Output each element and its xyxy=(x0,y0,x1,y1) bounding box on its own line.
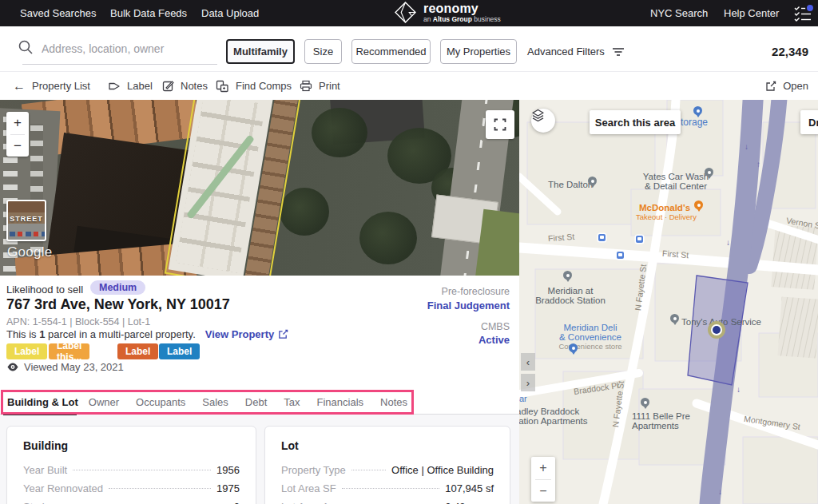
row-label: Property Type xyxy=(281,464,346,476)
aerial-zoom-out-button[interactable]: − xyxy=(6,135,29,157)
buildings-icon xyxy=(216,80,229,93)
dotted-leader xyxy=(342,488,440,489)
property-toolbar: ← Property List Label Notes Find Comps P… xyxy=(0,72,818,100)
notes-button[interactable]: Notes xyxy=(162,72,208,100)
logo-name: reonomy xyxy=(423,2,501,14)
label-pill[interactable]: Label this... xyxy=(49,343,89,359)
reonomy-logo[interactable]: reonomy an Altus Group business xyxy=(395,2,501,23)
tab-building-lot[interactable]: Building & Lot xyxy=(7,396,78,408)
nav-help-center[interactable]: Help Center xyxy=(724,0,779,26)
poi-label-yates[interactable]: Yates Car Wash& Detail Center xyxy=(639,172,713,191)
view-property-link[interactable]: View Property xyxy=(205,328,288,340)
map-zoom-in-button[interactable]: + xyxy=(531,457,555,479)
label-pill[interactable]: Label xyxy=(159,343,200,359)
bus-stop-icon[interactable] xyxy=(617,252,624,259)
fullscreen-button[interactable] xyxy=(486,110,514,139)
filter-recommended[interactable]: Recommended xyxy=(351,39,431,64)
detail-row: Property TypeOffice | Office Building xyxy=(265,464,510,482)
building-lot-section: Building Year Built1956 Year Rennovated1… xyxy=(0,415,519,504)
belle-pre-pin-icon[interactable] xyxy=(641,398,649,407)
filter-multifamily[interactable]: Multifamily xyxy=(226,39,295,64)
poi-label-belle-pre[interactable]: 1111 Belle PreApartments xyxy=(632,411,690,431)
row-value: 107,945 sf xyxy=(445,482,494,494)
property-details: Likelihood to sell Medium 767 3rd Ave, N… xyxy=(0,276,519,391)
tasks-icon[interactable] xyxy=(793,5,814,22)
search-this-area-button[interactable]: Search this area xyxy=(590,110,681,134)
poi-label-bradley[interactable]: adley Braddocktation Apartments xyxy=(519,407,591,426)
print-button[interactable]: Print xyxy=(300,72,340,100)
filter-lines-icon xyxy=(612,47,625,57)
transit-pin-icon[interactable] xyxy=(569,343,578,352)
street-view-label: STREET xyxy=(8,215,45,223)
poi-label-meridian-station[interactable]: Meridian atBraddock Station xyxy=(534,286,607,305)
search-icon xyxy=(18,39,34,55)
aerial-zoom-control: + − xyxy=(6,112,29,157)
tab-notes[interactable]: Notes xyxy=(380,396,407,408)
back-to-property-list[interactable]: ← Property List xyxy=(13,72,90,100)
poi-label-dalton[interactable]: The Dalton xyxy=(548,180,593,189)
google-watermark: Google xyxy=(7,244,53,260)
panel-expand-right-chevron[interactable]: › xyxy=(521,374,535,391)
tonys-pin-icon[interactable] xyxy=(670,314,679,323)
view-property-text: View Property xyxy=(205,328,274,340)
bus-stop-icon[interactable] xyxy=(598,234,606,241)
property-list-label: Property List xyxy=(32,80,90,92)
search-input[interactable] xyxy=(40,38,220,60)
tab-debt[interactable]: Debt xyxy=(245,396,267,408)
meridian-pin-icon[interactable] xyxy=(563,271,572,280)
street-label-first-st: First St xyxy=(548,232,575,243)
property-address: 767 3rd Ave, New York, NY 10017 xyxy=(6,296,230,313)
tab-owner[interactable]: Owner xyxy=(89,396,119,408)
find-comps-button[interactable]: Find Comps xyxy=(216,72,292,100)
nav-data-upload[interactable]: Data Upload xyxy=(201,0,259,26)
poi-label-mcdonalds[interactable]: McDonald'sTakeout · Delivery xyxy=(636,203,693,222)
aerial-tree xyxy=(312,108,367,157)
aerial-zoom-in-button[interactable]: + xyxy=(6,112,29,134)
svg-text:↓: ↓ xyxy=(745,142,749,151)
aerial-imagery[interactable]: + − STREET Google xyxy=(0,100,519,276)
cmbs-value[interactable]: Active xyxy=(478,334,510,346)
open-button-text: Open xyxy=(783,80,808,92)
selected-property-marker[interactable] xyxy=(708,321,725,339)
yates-pin-icon[interactable] xyxy=(705,168,713,177)
open-button[interactable]: Open xyxy=(765,72,808,100)
label-pill[interactable]: Label xyxy=(6,343,47,359)
aerial-tree xyxy=(359,212,417,264)
row-label: Lot Area Acres xyxy=(281,501,349,504)
preforeclosure-value[interactable]: Final Judgement xyxy=(427,300,510,312)
street-map[interactable]: ↓↑ ↓↓↓ Search this area Dr ‹ › + − ce St… xyxy=(519,100,818,504)
bus-stop-icon[interactable] xyxy=(636,236,643,243)
tab-financials[interactable]: Financials xyxy=(317,396,364,408)
svg-text:↓: ↓ xyxy=(726,238,730,247)
result-count: 22,349 xyxy=(772,39,808,64)
mcdonalds-pin-icon[interactable] xyxy=(694,200,703,209)
panel-collapse-left-chevron[interactable]: ‹ xyxy=(521,353,535,371)
street-view-toggle[interactable]: STREET xyxy=(6,200,46,241)
layers-icon xyxy=(531,109,545,122)
storage-pin-icon[interactable] xyxy=(693,106,702,115)
dotted-leader xyxy=(73,470,211,470)
draw-button[interactable]: Dr xyxy=(800,110,818,134)
poi-label-partial[interactable]: ar xyxy=(519,394,527,403)
filter-bar: Multifamily Size Recommended My Properti… xyxy=(0,26,818,72)
label-pill[interactable]: Label xyxy=(117,343,158,359)
row-label: Year Built xyxy=(23,464,67,476)
nav-nyc-search[interactable]: NYC Search xyxy=(650,0,708,26)
dalton-pin-icon[interactable] xyxy=(588,177,597,185)
viewed-text: Viewed May 23, 2021 xyxy=(24,361,124,373)
back-arrow-icon: ← xyxy=(13,79,26,93)
advanced-filters-button[interactable]: Advanced Filters xyxy=(527,39,625,64)
building-card-title: Building xyxy=(7,427,256,452)
filter-my-properties[interactable]: My Properties xyxy=(440,39,517,64)
map-layers-button[interactable] xyxy=(531,109,555,133)
map-zoom-out-button[interactable]: − xyxy=(531,480,555,502)
nav-bulk-data-feeds[interactable]: Bulk Data Feeds xyxy=(110,0,187,26)
filter-size[interactable]: Size xyxy=(304,39,342,64)
nav-saved-searches[interactable]: Saved Searches xyxy=(20,0,96,26)
top-nav-bar: Saved Searches Bulk Data Feeds Data Uplo… xyxy=(0,0,818,26)
tab-sales[interactable]: Sales xyxy=(202,396,228,408)
tab-occupants[interactable]: Occupants xyxy=(136,396,185,408)
label-button[interactable]: Label xyxy=(108,72,153,100)
poi-label-meridian-deli[interactable]: Meridian Deli& ConvenienceConvenience st… xyxy=(556,323,625,351)
tab-tax[interactable]: Tax xyxy=(284,396,300,408)
